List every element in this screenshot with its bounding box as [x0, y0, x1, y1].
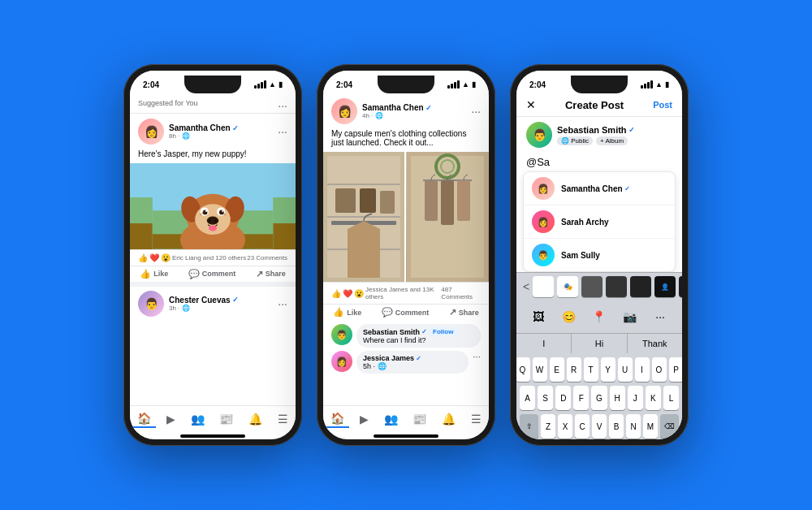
- comment-1: 👨 Sebastian Smith ✓ Follow Where can I f…: [331, 324, 481, 348]
- follow-btn[interactable]: Follow: [429, 327, 457, 336]
- comment-1-text: Where can I find it?: [363, 336, 474, 344]
- at-input[interactable]: @Sa: [516, 153, 682, 171]
- key-W[interactable]: W: [533, 357, 547, 382]
- nav-home-2[interactable]: 🏠: [326, 410, 349, 428]
- nav-video-2[interactable]: ▶: [355, 411, 374, 427]
- nav-menu-2[interactable]: ☰: [466, 411, 486, 427]
- post-1-dots[interactable]: ···: [278, 125, 287, 138]
- post-2-reactions: 👍 ❤️ 😮 Jessica James and 13K others 487 …: [323, 282, 489, 304]
- key-R[interactable]: R: [567, 357, 581, 382]
- chester-avatar[interactable]: 👨: [138, 291, 164, 317]
- post-action-btn[interactable]: Post: [653, 100, 672, 110]
- toolbar-dark-4[interactable]: 👤: [654, 276, 676, 297]
- suggested-text: Suggested for You: [138, 99, 198, 107]
- reactions-text-2: Jessica James and 13K others: [365, 286, 441, 300]
- post-2-username[interactable]: Samantha Chen ✓: [362, 103, 466, 112]
- toolbar-dark-3[interactable]: [630, 276, 651, 297]
- samantha-avatar-1[interactable]: 👩: [138, 119, 164, 145]
- mention-sam[interactable]: 👨 Sam Sully: [524, 239, 675, 271]
- key-E[interactable]: E: [550, 357, 564, 382]
- key-L[interactable]: L: [663, 386, 679, 410]
- phone-1-time: 2:04: [143, 80, 159, 89]
- like-btn-1[interactable]: 👍 Like: [140, 269, 168, 279]
- key-F[interactable]: F: [573, 386, 589, 410]
- share-btn-2[interactable]: ↗ Share: [449, 307, 479, 318]
- key-row-1: Q W E R T Y U I O P: [520, 357, 679, 382]
- nav-groups-2[interactable]: 👥: [379, 411, 403, 427]
- key-D[interactable]: D: [555, 386, 571, 410]
- emoji-smile-tool[interactable]: 😊: [554, 305, 583, 329]
- toolbar-emoji-sticker[interactable]: 🎭: [557, 276, 578, 297]
- post-1-username[interactable]: Samantha Chen ✓: [169, 123, 273, 132]
- phones-container: 2:04 ▲ ▮ Suggested for You ...: [123, 64, 689, 446]
- suggest-thank[interactable]: Thank: [628, 334, 682, 353]
- public-badge[interactable]: 🌐 Public: [557, 136, 593, 145]
- nav-bell-1[interactable]: 🔔: [244, 411, 267, 427]
- key-G[interactable]: G: [591, 386, 607, 410]
- post-2-dots[interactable]: ···: [471, 105, 481, 118]
- comment-2-dots[interactable]: ···: [473, 351, 481, 362]
- samantha-avatar-2[interactable]: 👩: [331, 98, 357, 124]
- svg-point-12: [205, 210, 207, 212]
- nav-news-2[interactable]: 📰: [408, 411, 431, 427]
- key-M[interactable]: M: [643, 414, 658, 439]
- key-J[interactable]: J: [628, 386, 643, 410]
- comment-2: 👩 Jessica James ✓ 5h · 🌐 ···: [331, 351, 481, 374]
- key-Q[interactable]: Q: [516, 357, 530, 382]
- key-A[interactable]: A: [520, 386, 535, 410]
- sebastian-avatar[interactable]: 👨: [331, 324, 352, 345]
- toolbar-white-1[interactable]: [533, 276, 554, 297]
- like-btn-2[interactable]: 👍 Like: [333, 307, 361, 318]
- key-S[interactable]: S: [538, 386, 553, 410]
- mention-sarah[interactable]: 👩 Sarah Archy: [524, 205, 675, 239]
- nav-groups-1[interactable]: 👥: [186, 411, 209, 427]
- close-btn[interactable]: ✕: [526, 98, 536, 111]
- toolbar-dark-1[interactable]: [581, 276, 603, 297]
- key-T[interactable]: T: [584, 357, 598, 382]
- emoji-more-tool[interactable]: ···: [646, 305, 675, 329]
- nav-home-1[interactable]: 🏠: [132, 410, 156, 428]
- suggested-dots[interactable]: ...: [278, 97, 287, 110]
- jessica-avatar[interactable]: 👩: [331, 351, 352, 372]
- phone-3-time: 2:04: [529, 80, 546, 89]
- chester-dots[interactable]: ···: [278, 297, 287, 310]
- album-badge[interactable]: + Album: [596, 136, 628, 145]
- suggest-hi[interactable]: Hi: [572, 334, 627, 353]
- key-K[interactable]: K: [646, 386, 661, 410]
- emoji-location-tool[interactable]: 📍: [585, 305, 614, 329]
- nav-video-1[interactable]: ▶: [162, 411, 180, 427]
- sebastian-avatar-cp[interactable]: 👨: [526, 122, 552, 148]
- key-O[interactable]: O: [652, 357, 667, 382]
- key-U[interactable]: U: [618, 357, 633, 382]
- key-H[interactable]: H: [610, 386, 625, 410]
- toolbar-dark-5[interactable]: 👁: [679, 276, 682, 297]
- comment-btn-1[interactable]: 💬 Comment: [188, 269, 236, 279]
- comment-btn-2[interactable]: 💬 Comment: [382, 307, 430, 318]
- emoji-photo-tool[interactable]: 🖼: [524, 305, 553, 329]
- key-X[interactable]: X: [558, 414, 572, 439]
- key-shift[interactable]: ⇧: [520, 414, 538, 439]
- nav-bell-2[interactable]: 🔔: [437, 411, 460, 427]
- sebastian-name: Sebastian Smith ✓ Follow: [363, 327, 474, 336]
- key-C[interactable]: C: [575, 414, 590, 439]
- share-btn-1[interactable]: ↗ Share: [256, 269, 286, 279]
- phone-1-status-right: ▲ ▮: [254, 80, 283, 89]
- toolbar-chevron[interactable]: <: [523, 280, 529, 293]
- suggest-i[interactable]: I: [516, 334, 572, 353]
- post-2-meta: 4h · 🌐: [362, 112, 466, 119]
- key-B[interactable]: B: [609, 414, 624, 439]
- post-2-actions: 👍 Like 💬 Comment ↗ Share: [323, 304, 489, 320]
- toolbar-dark-2[interactable]: [606, 276, 627, 297]
- key-I[interactable]: I: [635, 357, 650, 382]
- emoji-camera-tool[interactable]: 📷: [615, 305, 645, 329]
- key-backspace[interactable]: ⌫: [660, 414, 679, 439]
- key-N[interactable]: N: [626, 414, 641, 439]
- key-P[interactable]: P: [669, 357, 683, 382]
- key-Y[interactable]: Y: [601, 357, 615, 382]
- chester-username[interactable]: Chester Cuevas ✓: [169, 296, 273, 305]
- nav-menu-1[interactable]: ☰: [273, 411, 293, 427]
- key-V[interactable]: V: [592, 414, 607, 439]
- nav-news-1[interactable]: 📰: [214, 411, 238, 427]
- key-Z[interactable]: Z: [541, 414, 555, 439]
- mention-samantha[interactable]: 👩 Samantha Chen ✓: [524, 172, 675, 205]
